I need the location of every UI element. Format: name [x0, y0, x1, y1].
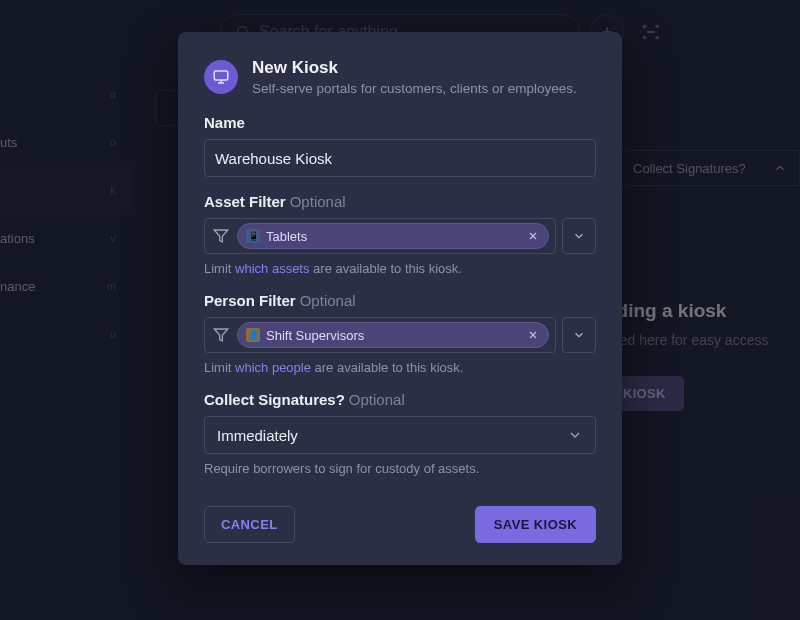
which-assets-link[interactable]: which assets: [235, 261, 309, 276]
cancel-button[interactable]: CANCEL: [204, 506, 295, 543]
which-people-link[interactable]: which people: [235, 360, 311, 375]
svg-marker-10: [214, 329, 227, 341]
close-icon: [527, 329, 539, 341]
svg-marker-7: [214, 230, 227, 242]
filter-icon: [213, 228, 229, 244]
asset-filter-dropdown[interactable]: [562, 218, 596, 254]
asset-filter-label: Asset FilterOptional: [204, 193, 596, 210]
person-filter-label: Person FilterOptional: [204, 292, 596, 309]
chevron-down-icon: [572, 328, 586, 342]
person-filter-remove[interactable]: [524, 326, 542, 344]
chevron-down-icon: [572, 229, 586, 243]
kiosk-icon: [204, 60, 238, 94]
modal-subtitle: Self-serve portals for customers, client…: [252, 81, 577, 96]
new-kiosk-modal: New Kiosk Self-serve portals for custome…: [178, 32, 622, 565]
asset-filter-chip-label: Tablets: [266, 229, 518, 244]
collect-signatures-value: Immediately: [217, 427, 298, 444]
asset-filter-chip[interactable]: 📱 Tablets: [237, 223, 549, 249]
chevron-down-icon: [567, 427, 583, 443]
person-filter-chip-label: Shift Supervisors: [266, 328, 518, 343]
monitor-icon: [212, 68, 230, 86]
collect-signatures-helper: Require borrowers to sign for custody of…: [204, 461, 596, 476]
person-filter-chip[interactable]: 👤 Shift Supervisors: [237, 322, 549, 348]
collect-signatures-select[interactable]: Immediately: [204, 416, 596, 454]
person-filter-helper: Limit which people are available to this…: [204, 360, 596, 375]
person-icon: 👤: [246, 328, 260, 342]
person-filter-dropdown[interactable]: [562, 317, 596, 353]
modal-title: New Kiosk: [252, 58, 577, 78]
svg-rect-4: [214, 71, 228, 80]
person-filter-input[interactable]: 👤 Shift Supervisors: [204, 317, 556, 353]
asset-filter-helper: Limit which assets are available to this…: [204, 261, 596, 276]
name-label: Name: [204, 114, 596, 131]
asset-filter-input[interactable]: 📱 Tablets: [204, 218, 556, 254]
collect-signatures-label: Collect Signatures?Optional: [204, 391, 596, 408]
save-kiosk-button[interactable]: SAVE KIOSK: [475, 506, 596, 543]
tablet-icon: 📱: [246, 229, 260, 243]
name-input[interactable]: [204, 139, 596, 177]
asset-filter-remove[interactable]: [524, 227, 542, 245]
filter-icon: [213, 327, 229, 343]
close-icon: [527, 230, 539, 242]
